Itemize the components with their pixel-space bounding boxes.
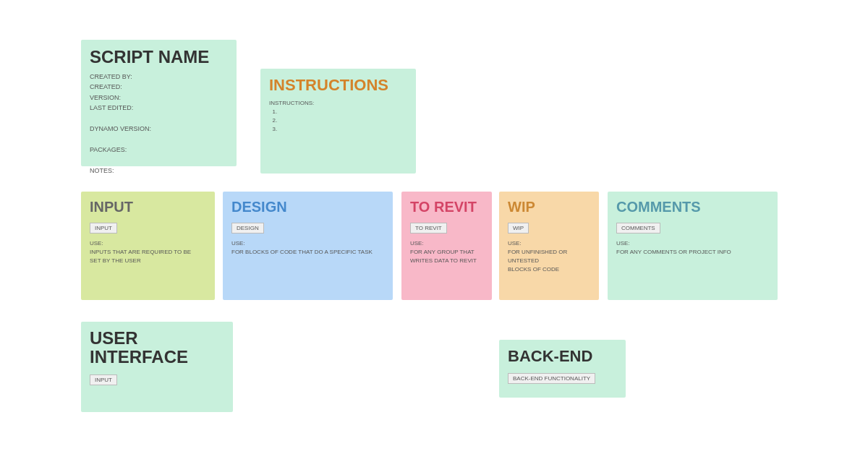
instructions-card: INSTRUCTIONS INSTRUCTIONS: 1. 2. 3. — [260, 69, 416, 174]
backend-title: BACK-END — [508, 347, 617, 366]
backend-card: BACK-END BACK-END FUNCTIONALITY — [499, 340, 626, 398]
backend-badge: BACK-END FUNCTIONALITY — [508, 373, 595, 384]
script-name-card: SCRIPT NAME CREATED BY: CREATED: VERSION… — [81, 40, 237, 166]
instructions-title: INSTRUCTIONS — [269, 76, 407, 95]
input-badge: INPUT — [90, 223, 117, 234]
comments-card: COMMENTS COMMENTS USE:FOR ANY COMMENTS O… — [608, 192, 778, 300]
comments-badge: COMMENTS — [616, 223, 660, 234]
ui-badge: INPUT — [90, 374, 117, 385]
wip-badge: WIP — [508, 223, 529, 234]
design-card: DESIGN DESIGN USE:FOR BLOCKS OF CODE THA… — [223, 192, 393, 300]
torevit-badge: TO REVIT — [410, 223, 447, 234]
input-card: INPUT INPUT USE:INPUTS THAT ARE REQUIRED… — [81, 192, 215, 300]
wip-card: WIP WIP USE:FOR UNFINISHED OR UNTESTEDBL… — [499, 192, 599, 300]
wip-title: WIP — [508, 199, 590, 215]
wip-use: USE:FOR UNFINISHED OR UNTESTEDBLOCKS OF … — [508, 239, 590, 274]
torevit-title: TO REVIT — [410, 199, 483, 215]
user-interface-card: USERINTERFACE INPUT — [81, 322, 233, 412]
comments-title: COMMENTS — [616, 199, 769, 215]
design-title: DESIGN — [231, 199, 384, 215]
design-use: USE:FOR BLOCKS OF CODE THAT DO A SPECIFI… — [231, 239, 384, 257]
input-use: USE:INPUTS THAT ARE REQUIRED TO BESET BY… — [90, 239, 206, 265]
script-name-title: SCRIPT NAME — [90, 47, 228, 67]
ui-title: USERINTERFACE — [90, 329, 224, 367]
script-name-meta: CREATED BY: CREATED: VERSION: LAST EDITE… — [90, 72, 228, 176]
torevit-use: USE:FOR ANY GROUP THATWRITES DATA TO REV… — [410, 239, 483, 265]
instructions-label: INSTRUCTIONS: 1. 2. 3. — [269, 99, 407, 134]
comments-use: USE:FOR ANY COMMENTS OR PROJECT INFO — [616, 239, 769, 257]
input-title: INPUT — [90, 199, 206, 215]
design-badge: DESIGN — [231, 223, 264, 234]
torevit-card: TO REVIT TO REVIT USE:FOR ANY GROUP THAT… — [401, 192, 492, 300]
